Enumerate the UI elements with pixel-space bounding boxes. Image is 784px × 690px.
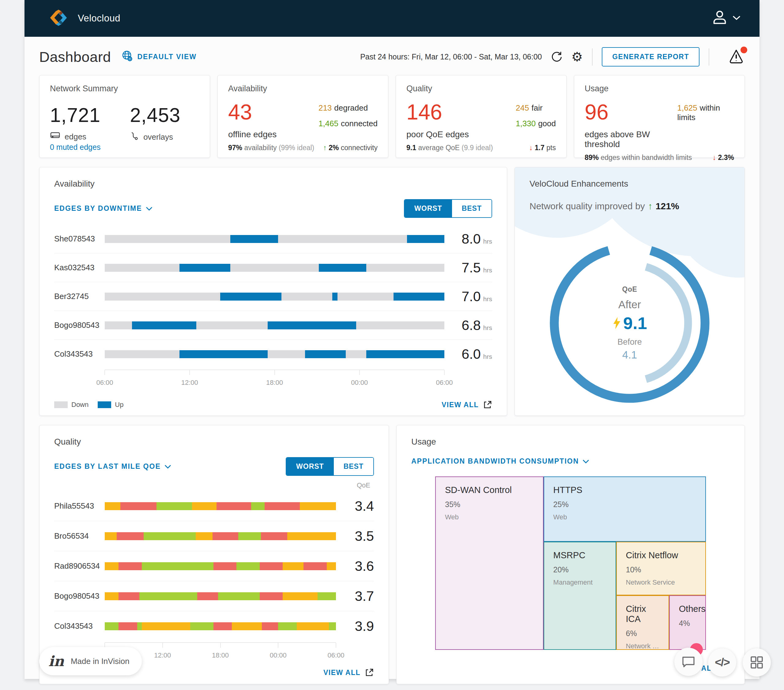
card-title: Network Summary <box>50 84 199 94</box>
connectivity-trend: ↑ 2% connectivity <box>323 144 377 152</box>
downtime-bar[interactable] <box>105 292 445 300</box>
edges-by-downtime-dropdown[interactable]: EDGES BY DOWNTIME <box>54 205 153 213</box>
toggle-best-button[interactable]: BEST <box>334 458 373 475</box>
default-view-link[interactable]: DEFAULT VIEW <box>121 50 197 64</box>
axis-tick <box>278 643 278 648</box>
axis-label: 18:00 <box>212 651 229 659</box>
edge-label: Phila55543 <box>54 501 105 511</box>
bw-footer: 89% edges within bandwidth limits <box>585 154 692 162</box>
app-category: Network … <box>626 642 659 650</box>
app-bar: Velocloud <box>25 0 759 37</box>
generate-report-button[interactable]: GENERATE REPORT <box>602 47 700 66</box>
value-number: 3.7 <box>355 588 374 604</box>
lightning-icon <box>612 317 621 329</box>
availability-row: Bogo9805436.8hrs <box>54 311 492 340</box>
degraded-stat: 213degraded <box>318 103 377 113</box>
card-title: Quality <box>407 84 556 94</box>
treemap-cell-citrix-netflow[interactable]: Citrix Netflow10%Network Service <box>616 542 706 595</box>
axis-tick <box>162 643 163 648</box>
qoe-value: 3.9 <box>343 618 374 634</box>
availability-view-all-link[interactable]: VIEW ALL <box>441 400 492 409</box>
qoe-bar[interactable] <box>105 502 336 510</box>
qoe-segment <box>327 562 336 570</box>
edge-label: Bogo980543 <box>54 320 105 330</box>
brand-name: Velocloud <box>78 13 120 24</box>
downtime-bar[interactable] <box>105 235 445 243</box>
alert-badge <box>741 46 747 53</box>
toggle-best-button[interactable]: BEST <box>452 200 491 217</box>
qoe-bar[interactable] <box>105 532 336 540</box>
app-percent: 20% <box>553 565 606 574</box>
qoe-segment <box>105 532 117 540</box>
external-link-icon <box>483 400 492 409</box>
availability-row: Ber327457.0hrs <box>54 282 492 311</box>
toggle-worst-button[interactable]: WORST <box>405 200 452 217</box>
external-link-icon <box>365 668 374 677</box>
qoe-segment <box>197 592 218 600</box>
availability-panel: Availability EDGES BY DOWNTIME WORST BES… <box>39 167 507 416</box>
legend-down: Down <box>54 401 89 409</box>
app-bandwidth-dropdown[interactable]: APPLICATION BANDWIDTH CONSUMPTION <box>411 457 589 466</box>
treemap-cell-https[interactable]: HTTPS25%Web <box>544 477 706 542</box>
qoe-segment <box>196 532 212 540</box>
network-summary-card: Network Summary 1,721 edges <box>39 75 210 158</box>
overlays-label: overlays <box>143 132 173 142</box>
app-name: SD-WAN Control <box>445 485 534 495</box>
globe-gear-icon <box>121 50 133 64</box>
toggle-worst-button[interactable]: WORST <box>287 458 334 475</box>
alerts-icon[interactable] <box>728 48 745 66</box>
treemap-cell-citrix-ica[interactable]: Citrix ICA6%Network … <box>616 595 669 650</box>
qoe-segment <box>119 592 139 600</box>
availability-footer: 97% availability (99% ideal) <box>228 144 314 152</box>
downtime-bar[interactable] <box>105 322 445 329</box>
card-title: Usage <box>585 84 734 94</box>
treemap-cell-sd-wan-control[interactable]: SD-WAN Control35%Web <box>435 477 544 650</box>
chat-bubble-icon <box>682 655 695 668</box>
edge-label: Bogo980543 <box>54 591 105 601</box>
summary-cards-row: Network Summary 1,721 edges <box>25 75 759 158</box>
qoe-segment <box>318 592 336 600</box>
availability-row: She0785438.0hrs <box>54 224 492 253</box>
grid-view-button[interactable] <box>743 648 771 677</box>
qoe-segment <box>105 502 120 510</box>
settings-gear-icon[interactable]: ⚙ <box>572 50 583 64</box>
qoe-bar[interactable] <box>105 622 336 630</box>
chevron-down-icon <box>165 464 171 469</box>
user-menu[interactable] <box>712 10 741 27</box>
qoe-value: 3.5 <box>343 528 374 544</box>
axis-label: 06:00 <box>436 379 453 387</box>
legend-up: Up <box>98 401 124 409</box>
made-in-invision-badge[interactable]: in Made in InVision <box>39 647 142 675</box>
downtime-bar[interactable] <box>105 264 445 272</box>
worst-best-toggle: WORST BEST <box>286 457 374 476</box>
axis-label: 06:00 <box>328 651 344 659</box>
gauge-label: QoE <box>612 285 647 294</box>
up-arrow-icon: ↑ <box>648 201 652 211</box>
treemap-cell-msrpc[interactable]: MSRPC20%Management <box>544 542 616 650</box>
app-category: Web <box>553 513 696 521</box>
refresh-icon[interactable] <box>551 51 563 63</box>
axis-label: 06:00 <box>96 379 113 387</box>
qoe-bar[interactable] <box>105 592 336 600</box>
treemap-cell-others[interactable]: Others4% <box>669 595 706 650</box>
inspect-code-button[interactable]: </> <box>708 648 736 677</box>
qoe-value: 3.4 <box>343 498 374 514</box>
up-segment <box>407 235 445 243</box>
downtime-value: 8.0hrs <box>452 231 492 247</box>
overlays-count: 2,453 <box>130 104 180 127</box>
muted-edges-link[interactable]: 0 muted edges <box>50 143 199 152</box>
axis-tick <box>189 370 190 375</box>
qoe-column-header: QoE <box>54 481 374 489</box>
edges-by-qoe-dropdown[interactable]: EDGES BY LAST MILE QOE <box>54 462 171 470</box>
qoe-bar[interactable] <box>105 562 336 570</box>
quality-panel: Quality EDGES BY LAST MILE QOE WORST BES… <box>39 425 389 684</box>
value-unit: hrs <box>483 267 492 274</box>
edges-metric: 1,721 edges <box>50 104 100 143</box>
after-label: After <box>612 299 647 311</box>
downtime-bar[interactable] <box>105 350 445 358</box>
axis-label: 00:00 <box>351 379 368 387</box>
quality-view-all-link[interactable]: VIEW ALL <box>323 668 374 677</box>
comment-button[interactable] <box>674 648 703 676</box>
qoe-segment <box>262 622 278 630</box>
app-percent: 35% <box>445 500 534 509</box>
